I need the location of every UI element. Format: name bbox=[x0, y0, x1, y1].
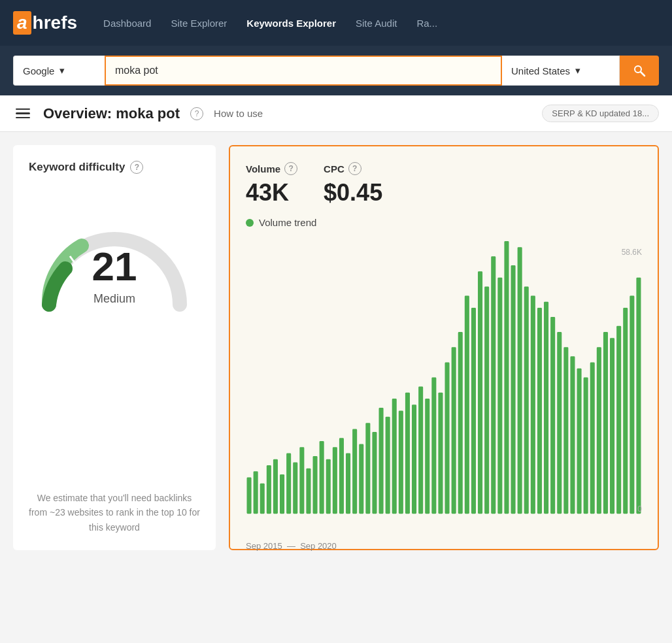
nav-dashboard[interactable]: Dashboard bbox=[103, 14, 151, 32]
svg-rect-23 bbox=[379, 408, 384, 514]
svg-line-1 bbox=[641, 72, 645, 76]
search-button[interactable] bbox=[620, 56, 659, 86]
svg-rect-55 bbox=[590, 362, 595, 514]
bar-chart-svg bbox=[246, 241, 642, 533]
svg-rect-25 bbox=[392, 399, 397, 514]
svg-rect-32 bbox=[438, 393, 443, 514]
volume-help-icon[interactable]: ? bbox=[284, 162, 297, 175]
logo[interactable]: a hrefs bbox=[13, 11, 77, 35]
svg-rect-26 bbox=[399, 411, 403, 514]
svg-rect-11 bbox=[299, 447, 304, 514]
svg-rect-56 bbox=[597, 347, 601, 514]
navbar: a hrefs Dashboard Site Explorer Keywords… bbox=[0, 0, 672, 46]
svg-rect-52 bbox=[570, 356, 575, 514]
overview-header: Overview: moka pot ? How to use SERP & K… bbox=[0, 95, 672, 132]
logo-text: hrefs bbox=[33, 12, 77, 33]
svg-rect-15 bbox=[326, 459, 331, 514]
kd-label: Keyword difficulty ? bbox=[29, 161, 143, 174]
svg-rect-12 bbox=[306, 469, 311, 514]
svg-rect-60 bbox=[623, 308, 628, 514]
volume-card: Volume ? 43K CPC ? $0.45 bbox=[229, 145, 659, 550]
kd-gauge: 21 Medium bbox=[29, 193, 199, 324]
svg-rect-5 bbox=[260, 484, 265, 514]
search-input[interactable] bbox=[106, 65, 501, 76]
country-label: United States bbox=[511, 65, 570, 76]
volume-top: Volume ? 43K CPC ? $0.45 bbox=[246, 162, 642, 206]
volume-label: Volume ? bbox=[246, 162, 297, 175]
cards-container: Keyword difficulty ? bbox=[0, 132, 672, 563]
svg-rect-46 bbox=[531, 295, 535, 514]
overview-title: Overview: moka pot bbox=[43, 105, 180, 122]
volume-value: 43K bbox=[246, 179, 297, 206]
svg-rect-41 bbox=[497, 278, 502, 514]
page-content: Overview: moka pot ? How to use SERP & K… bbox=[0, 95, 672, 643]
svg-rect-8 bbox=[280, 474, 284, 514]
svg-rect-19 bbox=[352, 429, 357, 514]
svg-rect-51 bbox=[563, 347, 568, 514]
cpc-label: CPC ? bbox=[324, 162, 382, 175]
svg-rect-49 bbox=[550, 317, 555, 514]
svg-rect-45 bbox=[524, 287, 529, 514]
svg-rect-33 bbox=[445, 362, 450, 514]
svg-rect-48 bbox=[544, 302, 548, 514]
svg-rect-57 bbox=[603, 332, 608, 514]
svg-rect-18 bbox=[346, 453, 350, 514]
nav-site-explorer[interactable]: Site Explorer bbox=[171, 14, 227, 32]
svg-rect-42 bbox=[504, 241, 509, 514]
engine-select[interactable]: Google ▾ bbox=[13, 56, 105, 86]
svg-rect-16 bbox=[333, 447, 337, 514]
svg-rect-10 bbox=[293, 462, 297, 514]
svg-rect-61 bbox=[630, 295, 634, 514]
svg-rect-7 bbox=[273, 459, 278, 514]
country-select[interactable]: United States ▾ bbox=[502, 56, 620, 86]
svg-rect-29 bbox=[418, 387, 423, 514]
nav-keywords-explorer[interactable]: Keywords Explorer bbox=[246, 14, 336, 32]
svg-rect-35 bbox=[458, 332, 463, 514]
kd-score: 21 bbox=[29, 243, 199, 289]
green-dot-icon bbox=[246, 219, 254, 227]
svg-rect-14 bbox=[320, 441, 324, 514]
search-input-wrap bbox=[105, 56, 502, 86]
svg-rect-50 bbox=[557, 332, 562, 514]
serp-badge: SERP & KD updated 18... bbox=[542, 105, 659, 122]
hamburger-line bbox=[16, 108, 30, 110]
nav-rank-tracker[interactable]: Ra... bbox=[416, 14, 437, 32]
svg-rect-28 bbox=[412, 404, 416, 514]
chart-max-label: 58.6K bbox=[622, 248, 642, 257]
engine-label: Google bbox=[23, 65, 54, 76]
cpc-metric: CPC ? $0.45 bbox=[324, 162, 382, 206]
svg-rect-43 bbox=[511, 265, 516, 514]
how-to-use-link[interactable]: How to use bbox=[214, 108, 263, 119]
overview-help-icon[interactable]: ? bbox=[190, 107, 203, 120]
search-bar: Google ▾ United States ▾ bbox=[0, 46, 672, 95]
svg-rect-34 bbox=[452, 347, 456, 514]
svg-rect-53 bbox=[577, 369, 582, 514]
svg-rect-20 bbox=[359, 444, 363, 514]
svg-rect-58 bbox=[610, 338, 614, 514]
kd-help-icon[interactable]: ? bbox=[130, 161, 143, 174]
svg-rect-62 bbox=[636, 278, 641, 514]
svg-rect-39 bbox=[484, 287, 489, 514]
country-arrow: ▾ bbox=[575, 65, 580, 76]
engine-arrow: ▾ bbox=[59, 65, 65, 76]
svg-rect-13 bbox=[313, 456, 318, 514]
svg-rect-37 bbox=[471, 308, 476, 514]
svg-rect-22 bbox=[372, 432, 377, 514]
svg-rect-38 bbox=[478, 271, 482, 514]
svg-rect-9 bbox=[286, 453, 291, 514]
svg-rect-59 bbox=[616, 326, 621, 514]
svg-rect-24 bbox=[386, 417, 390, 514]
hamburger-line bbox=[16, 112, 30, 114]
svg-rect-54 bbox=[584, 378, 588, 514]
svg-rect-3 bbox=[247, 478, 252, 514]
svg-rect-30 bbox=[425, 399, 429, 514]
kd-description: We estimate that you'll need backlinks f… bbox=[29, 491, 200, 535]
cpc-value: $0.45 bbox=[324, 179, 382, 206]
cpc-help-icon[interactable]: ? bbox=[348, 162, 361, 175]
search-icon bbox=[633, 64, 646, 77]
volume-chart: 58.6K 0 Sep 2015 — Sep 2020 bbox=[246, 241, 642, 533]
volume-metric: Volume ? 43K bbox=[246, 162, 297, 206]
volume-trend-label: Volume trend bbox=[246, 217, 642, 228]
nav-site-audit[interactable]: Site Audit bbox=[356, 14, 397, 32]
hamburger-menu[interactable] bbox=[13, 106, 33, 122]
